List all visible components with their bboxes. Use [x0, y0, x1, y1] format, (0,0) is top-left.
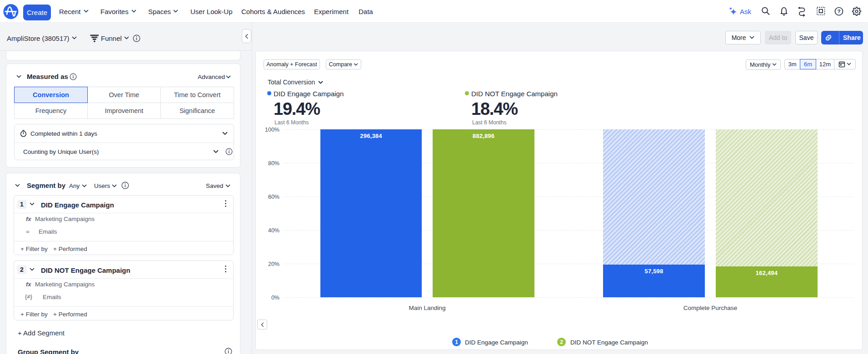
- svg-text:?: ?: [837, 9, 840, 14]
